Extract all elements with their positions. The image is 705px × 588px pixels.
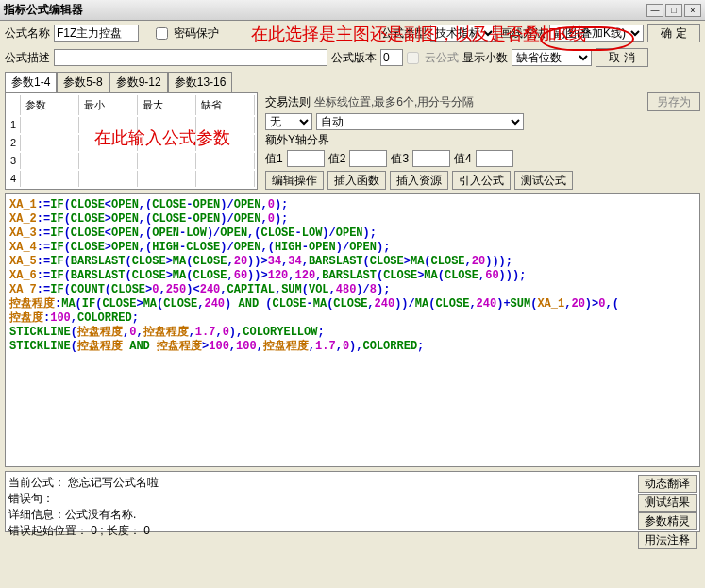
insert-func-button[interactable]: 插入函数: [327, 171, 386, 190]
param-row[interactable]: 3: [8, 153, 255, 169]
hdr-min: 最小: [81, 95, 138, 115]
edit-ops-button[interactable]: 编辑操作: [265, 171, 324, 190]
test-result-button[interactable]: 测试结果: [638, 494, 697, 512]
v4-label: 值4: [454, 151, 472, 167]
coord2-select[interactable]: 自动: [316, 113, 524, 130]
window-title: 指标公式编辑器: [4, 2, 646, 18]
usage-notes-button[interactable]: 用法注释: [638, 531, 697, 549]
name-label: 公式名称: [5, 25, 50, 42]
close-icon[interactable]: ×: [684, 4, 701, 17]
param-row[interactable]: 2: [8, 135, 255, 151]
test-formula-button[interactable]: 测试公式: [514, 171, 573, 190]
mode-label: 画线方法: [500, 25, 546, 42]
v2-label: 值2: [328, 151, 346, 167]
v2-input[interactable]: [349, 150, 387, 167]
row-desc: 公式描述 公式版本 云公式 显示小数 缺省位数 取 消: [0, 45, 705, 70]
status-line: 详细信息：公式没有名称.: [8, 507, 638, 523]
ver-input[interactable]: [380, 49, 403, 66]
rule-hint: 坐标线位置,最多6个,用分号分隔: [314, 94, 474, 110]
cloud-checkbox: [407, 52, 419, 64]
status-buttons: 动态翻译 测试结果 参数精灵 用法注释: [638, 475, 697, 529]
dyn-translate-button[interactable]: 动态翻译: [638, 475, 697, 493]
type-label: 公式类型: [381, 25, 427, 42]
v3-input[interactable]: [412, 150, 450, 167]
param-tabs: 参数1-4 参数5-8 参数9-12 参数13-16: [5, 72, 700, 92]
desc-label: 公式描述: [5, 50, 50, 66]
tab-params-9-12[interactable]: 参数9-12: [109, 72, 168, 92]
row-name: 公式名称 密码保护 公式类型 技术指标 画线方法 副图(叠加K线) 确 定: [0, 21, 705, 45]
tab-params-5-8[interactable]: 参数5-8: [57, 72, 109, 92]
param-zone: 在此输入公式参数 参数 最小 最大 缺省 1 2 3 4 交易法则 坐标线位置,…: [5, 92, 700, 190]
v4-input[interactable]: [476, 150, 513, 167]
minimize-icon[interactable]: —: [646, 4, 663, 17]
saveas-button[interactable]: 另存为: [647, 92, 700, 111]
dec-select[interactable]: 缺省位数: [512, 49, 592, 66]
cancel-button[interactable]: 取 消: [596, 48, 648, 67]
param-header-row: 参数 最小 最大 缺省: [8, 95, 255, 115]
window-buttons: — □ ×: [646, 4, 701, 17]
cloud-label: 云公式: [425, 50, 459, 66]
v3-label: 值3: [391, 151, 409, 167]
pwd-checkbox[interactable]: [156, 27, 168, 40]
titlebar: 指标公式编辑器 — □ ×: [0, 0, 705, 21]
maximize-icon[interactable]: □: [665, 4, 682, 17]
v1-input[interactable]: [287, 150, 325, 167]
coord1-select[interactable]: 无: [265, 113, 312, 130]
status-bar: 当前公式： 您忘记写公式名啦 错误句： 详细信息：公式没有名称. 错误起始位置：…: [5, 471, 700, 532]
tab-params-1-4[interactable]: 参数1-4: [5, 72, 57, 92]
code-editor[interactable]: XA_1:=IF(CLOSE<OPEN,(CLOSE-OPEN)/OPEN,0)…: [5, 193, 700, 467]
type-select[interactable]: 技术指标: [430, 25, 496, 42]
right-pane: 交易法则 坐标线位置,最多6个,用分号分隔 另存为 无 自动 额外Y轴分界 值1…: [265, 92, 700, 190]
desc-input[interactable]: [54, 49, 327, 66]
status-messages: 当前公式： 您忘记写公式名啦 错误句： 详细信息：公式没有名称. 错误起始位置：…: [8, 475, 638, 529]
hdr-default: 缺省: [198, 95, 255, 115]
status-line: 错误句：: [8, 491, 638, 507]
tab-params-13-16[interactable]: 参数13-16: [168, 72, 233, 92]
name-input[interactable]: [54, 25, 139, 42]
extray-label: 额外Y轴分界: [265, 132, 329, 148]
param-table: 参数 最小 最大 缺省 1 2 3 4: [5, 92, 258, 190]
dec-label: 显示小数: [462, 50, 508, 66]
ok-button[interactable]: 确 定: [647, 24, 700, 42]
param-wizard-button[interactable]: 参数精灵: [638, 512, 697, 530]
param-row[interactable]: 4: [8, 171, 255, 187]
v1-label: 值1: [265, 151, 283, 167]
param-row[interactable]: 1: [8, 117, 255, 133]
hdr-max: 最大: [140, 95, 196, 115]
import-formula-button[interactable]: 引入公式: [452, 171, 511, 190]
ver-label: 公式版本: [331, 50, 377, 66]
mode-select[interactable]: 副图(叠加K线): [549, 25, 644, 42]
status-line: 错误起始位置： 0 ; 长度： 0: [8, 523, 638, 539]
pwd-label: 密码保护: [174, 25, 219, 42]
hdr-param: 参数: [23, 95, 79, 115]
status-line: 当前公式： 您忘记写公式名啦: [8, 475, 638, 491]
insert-res-button[interactable]: 插入资源: [390, 171, 448, 190]
rule-label: 交易法则: [265, 94, 311, 110]
